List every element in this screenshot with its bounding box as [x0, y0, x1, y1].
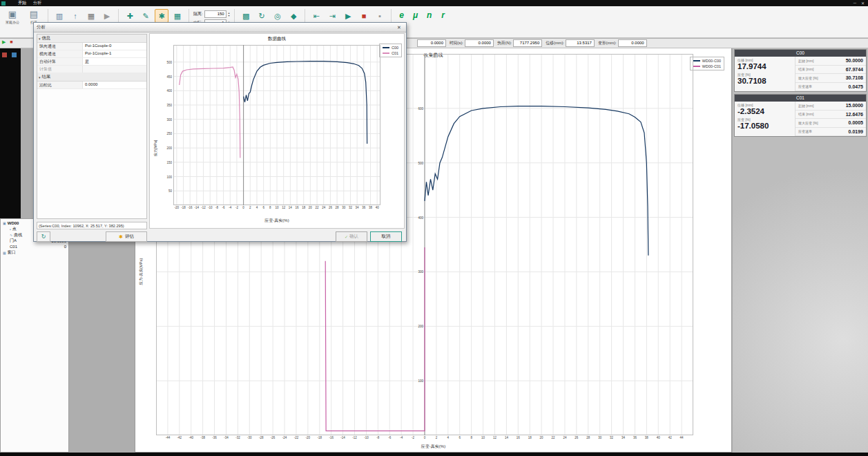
dock-record-icon[interactable]	[2, 53, 7, 57]
tree-item-label: 门A	[10, 238, 17, 244]
collapse-icon: ▾	[39, 75, 41, 79]
plot-area[interactable]: -20-18-16-14-12-10-8-6-4-202468101214161…	[173, 45, 380, 205]
x-tick-label: -16	[188, 206, 193, 209]
cancel-button[interactable]: 取消	[370, 231, 402, 242]
property-value[interactable]	[83, 66, 146, 73]
chart-title: 数据曲线	[150, 36, 404, 42]
metric-value: 17.9744	[737, 62, 792, 70]
x-tick-label: 16	[517, 436, 520, 439]
property-section-header[interactable]: ▾结果	[37, 73, 146, 82]
property-value[interactable]: Poi-1Couple-0	[83, 43, 146, 50]
result-row-label: 起始 [mm]	[798, 59, 814, 63]
play-segment-icon[interactable]: ▶	[341, 9, 355, 23]
stop-icon[interactable]: ■	[357, 9, 371, 23]
tree-item[interactable]: ▦窗口	[1, 250, 68, 256]
analysis-tool-icon[interactable]: ✱	[155, 9, 168, 23]
x-tick-label: 16	[296, 206, 299, 209]
marker-icon[interactable]: ◆	[287, 9, 300, 23]
result-card-header: C01	[735, 95, 866, 102]
status-value-1: 0.0000	[417, 39, 446, 47]
n-button[interactable]: n	[423, 9, 435, 21]
step-back-icon[interactable]: ⇤	[309, 9, 323, 23]
home-office-button[interactable]: ▣家庭办公	[3, 8, 22, 24]
x-tick-label: 28	[586, 436, 590, 439]
result-row-label: 结束 [mm]	[798, 112, 814, 116]
y-axis-label: 应力[MPa]	[153, 140, 157, 156]
y-tick-label: 400	[166, 89, 172, 93]
pause-icon[interactable]: ▪	[373, 9, 387, 23]
property-row[interactable]: 自动计算是	[37, 58, 146, 66]
mu-button[interactable]: μ	[409, 9, 421, 21]
cancel-label: 取消	[382, 234, 391, 240]
legend-swatch	[693, 60, 700, 61]
property-row[interactable]: 泊松比0.0000	[37, 82, 146, 89]
isolation-spinner-stepper[interactable]: ▲▼	[228, 12, 230, 17]
y-tick-label: 500	[418, 161, 423, 164]
tree-item[interactable]: C010	[1, 244, 68, 250]
save-icon[interactable]: ▥	[52, 9, 66, 23]
target-icon[interactable]: ◎	[271, 9, 284, 23]
modulus-e-button[interactable]: e	[396, 9, 407, 21]
property-value[interactable]: 0.0000	[83, 82, 146, 88]
confirm-button[interactable]: ✓ 确认	[336, 231, 367, 242]
isolation-spinner[interactable]: 150	[204, 10, 226, 18]
metric-value: -17.0580	[737, 122, 792, 130]
menu-tab-1[interactable]: 开始	[18, 0, 26, 6]
x-tick-label: -18	[318, 436, 322, 439]
property-section-header[interactable]: ▾信息	[37, 35, 146, 43]
property-value[interactable]: Poi-1Couple-1	[83, 50, 146, 57]
x-tick-label: -36	[212, 436, 217, 439]
edit-curve-icon[interactable]: ✎	[139, 9, 153, 23]
print-icon[interactable]: ▦	[84, 9, 98, 23]
evaluate-icon: ✱	[119, 234, 123, 240]
tree-item-icon: ▣	[3, 221, 6, 225]
confirm-label: 确认	[349, 234, 358, 240]
refresh-icon: ↻	[41, 234, 46, 240]
tree-item-icon: •	[10, 227, 11, 231]
window-control-1[interactable]: ─	[853, 1, 856, 6]
x-tick-label: 34	[621, 436, 625, 439]
x-tick-label: 36	[633, 436, 637, 439]
window-control-2[interactable]: ✕	[861, 1, 865, 6]
evaluate-button[interactable]: ✱ 评估	[106, 231, 147, 242]
result-card-C01: C01位移 [mm]-2.3524应变 [%]-17.0580起始 [mm]15…	[734, 94, 867, 137]
tree-item-label: C01	[10, 245, 17, 249]
bottom-strip	[0, 453, 868, 456]
stop-icon[interactable]: ■	[10, 39, 12, 44]
tree-item-label: WD00	[8, 221, 19, 225]
home-office-button-icon: ▣	[3, 8, 22, 20]
r-button[interactable]: r	[437, 9, 449, 21]
dock-view-icon[interactable]	[12, 53, 17, 57]
grid-tool-icon[interactable]: ▦	[171, 9, 184, 23]
x-tick-label: -40	[189, 436, 193, 439]
x-tick-label: 42	[668, 436, 672, 439]
export-icon[interactable]: ↑	[68, 9, 82, 23]
result-row-value: 30.7108	[846, 75, 863, 80]
x-tick-label: 2	[249, 206, 251, 209]
property-value[interactable]: 是	[83, 58, 146, 65]
property-row[interactable]: 纵向通道Poi-1Couple-0	[37, 43, 146, 50]
x-axis-label: 应变-真实(%)	[150, 218, 404, 224]
matrix-icon[interactable]: ▩	[239, 9, 253, 23]
dialog-titlebar[interactable]: 分析 ✕	[34, 23, 406, 32]
play-icon[interactable]: ▶	[2, 39, 6, 44]
x-tick-label: -42	[177, 436, 182, 439]
window-controls: ─✕	[853, 1, 868, 6]
run-icon[interactable]: ▶	[100, 9, 114, 23]
menu-tab-2[interactable]: 分析	[33, 0, 41, 6]
add-point-icon[interactable]: ✚	[123, 9, 137, 23]
rotate-icon[interactable]: ↻	[255, 9, 269, 23]
x-tick-label: 6	[459, 436, 461, 439]
property-label: 泊松比	[37, 82, 83, 88]
x-tick-label: 32	[349, 206, 352, 209]
property-row[interactable]: 横向通道Poi-1Couple-1	[37, 50, 146, 58]
refresh-button[interactable]: ↻	[37, 231, 50, 242]
step-forward-icon[interactable]: ⇥	[325, 9, 339, 23]
x-tick-label: 18	[302, 206, 305, 209]
close-icon[interactable]: ✕	[395, 25, 403, 30]
x-tick-label: -14	[340, 436, 345, 439]
property-row[interactable]: 计算值	[37, 66, 146, 73]
x-tick-label: 34	[356, 206, 359, 209]
tree-item-icon: ▦	[3, 251, 6, 255]
y-tick-label: 600	[418, 106, 423, 110]
